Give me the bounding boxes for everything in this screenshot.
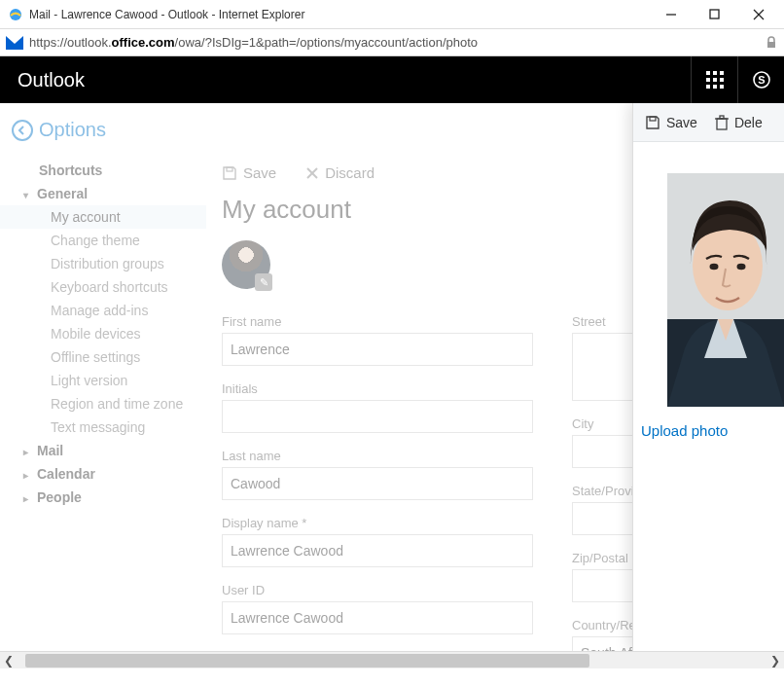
city-input[interactable] bbox=[572, 435, 632, 468]
avatar-edit-button[interactable] bbox=[222, 240, 270, 289]
url-pre: https://outlook. bbox=[29, 35, 112, 50]
nav-general[interactable]: General bbox=[0, 182, 206, 205]
lock-icon bbox=[765, 36, 778, 50]
svg-rect-15 bbox=[720, 85, 724, 89]
nav-change-theme[interactable]: Change theme bbox=[0, 229, 206, 252]
flyout-toolbar: Save Dele bbox=[633, 103, 784, 142]
options-header[interactable]: Options bbox=[0, 103, 632, 153]
last-name-input[interactable] bbox=[222, 467, 533, 500]
state-input[interactable] bbox=[572, 502, 632, 535]
nav-region-timezone[interactable]: Region and time zone bbox=[0, 392, 206, 415]
label-last-name: Last name bbox=[222, 449, 533, 463]
back-icon[interactable] bbox=[12, 120, 33, 141]
scroll-track[interactable] bbox=[18, 652, 766, 669]
scroll-left-button[interactable]: ❮ bbox=[0, 652, 18, 669]
svg-rect-13 bbox=[706, 85, 710, 89]
svg-point-29 bbox=[737, 264, 746, 271]
discard-icon bbox=[305, 166, 319, 180]
svg-rect-9 bbox=[720, 71, 724, 75]
svg-rect-24 bbox=[720, 116, 724, 119]
nav-mail[interactable]: Mail bbox=[0, 439, 206, 462]
skype-button[interactable]: S bbox=[737, 56, 784, 103]
nav-keyboard-shortcuts[interactable]: Keyboard shortcuts bbox=[0, 275, 206, 299]
form-col-2: Street City State/Provi Zip/Postal Count… bbox=[572, 310, 632, 666]
url-path: /owa/?IsDIg=1&path=/options/myaccount/ac… bbox=[175, 35, 478, 50]
nav-people[interactable]: People bbox=[0, 486, 206, 509]
label-country: Country/Re bbox=[572, 618, 632, 632]
svg-rect-6 bbox=[767, 42, 775, 48]
flyout-delete-label: Dele bbox=[734, 115, 763, 130]
form-toolbar: Save Discard bbox=[222, 161, 632, 191]
label-street: Street bbox=[572, 314, 632, 329]
form-discard-label: Discard bbox=[325, 164, 374, 181]
maximize-button[interactable] bbox=[693, 1, 736, 28]
upload-photo-link[interactable]: Upload photo bbox=[633, 422, 784, 439]
profile-photo-preview bbox=[667, 173, 784, 407]
page-title: My account bbox=[222, 195, 632, 225]
ie-icon bbox=[8, 7, 23, 22]
svg-rect-14 bbox=[713, 85, 717, 89]
nav-light-version[interactable]: Light version bbox=[0, 369, 206, 392]
outlook-brand: Outlook bbox=[18, 69, 691, 91]
form-area: Save Discard My account First name Initi… bbox=[206, 153, 632, 666]
app-launcher-button[interactable] bbox=[691, 56, 737, 103]
nav-offline-settings[interactable]: Offline settings bbox=[0, 345, 206, 369]
mail-favicon-icon bbox=[6, 36, 23, 50]
window-title: Mail - Lawrence Cawood - Outlook - Inter… bbox=[29, 8, 649, 21]
horizontal-scrollbar[interactable]: ❮ ❯ bbox=[0, 651, 784, 668]
options-pane: Options Shortcuts General My account Cha… bbox=[0, 103, 632, 668]
initials-input[interactable] bbox=[222, 400, 533, 433]
content-area: Options Shortcuts General My account Cha… bbox=[0, 103, 784, 668]
close-button[interactable] bbox=[736, 1, 780, 28]
svg-rect-11 bbox=[713, 78, 717, 82]
form-col-1: First name Initials Last name Display na… bbox=[222, 310, 533, 666]
flyout-delete-button[interactable]: Dele bbox=[715, 115, 763, 130]
nav-text-messaging[interactable]: Text messaging bbox=[0, 415, 206, 439]
nav-manage-addins[interactable]: Manage add-ins bbox=[0, 299, 206, 322]
svg-rect-7 bbox=[706, 71, 710, 75]
nav-my-account[interactable]: My account bbox=[0, 205, 206, 229]
nav-distribution-groups[interactable]: Distribution groups bbox=[0, 252, 206, 275]
display-name-input[interactable] bbox=[222, 534, 533, 567]
flyout-save-label: Save bbox=[666, 115, 697, 130]
window-titlebar: Mail - Lawrence Cawood - Outlook - Inter… bbox=[0, 0, 784, 29]
label-user-id: User ID bbox=[222, 583, 533, 597]
flyout-save-button[interactable]: Save bbox=[645, 115, 697, 130]
user-id-input[interactable] bbox=[222, 601, 533, 634]
label-first-name: First name bbox=[222, 314, 533, 329]
svg-point-28 bbox=[710, 264, 719, 271]
label-zip: Zip/Postal bbox=[572, 551, 632, 565]
first-name-input[interactable] bbox=[222, 333, 533, 366]
nav-mobile-devices[interactable]: Mobile devices bbox=[0, 322, 206, 345]
svg-rect-10 bbox=[706, 78, 710, 82]
save-icon bbox=[222, 165, 237, 181]
street-input[interactable] bbox=[572, 333, 632, 401]
options-nav: Shortcuts General My account Change them… bbox=[0, 153, 206, 666]
svg-text:S: S bbox=[758, 74, 765, 86]
label-initials: Initials bbox=[222, 381, 533, 396]
form-save-button[interactable]: Save bbox=[222, 164, 276, 181]
scroll-right-button[interactable]: ❯ bbox=[766, 652, 784, 669]
form-discard-button[interactable]: Discard bbox=[305, 164, 374, 181]
nav-shortcuts[interactable]: Shortcuts bbox=[0, 159, 206, 182]
svg-rect-12 bbox=[720, 78, 724, 82]
trash-icon bbox=[715, 115, 729, 130]
minimize-button[interactable] bbox=[649, 1, 693, 28]
label-display-name: Display name * bbox=[222, 516, 533, 530]
url-host: office.com bbox=[112, 35, 175, 50]
photo-flyout: Save Dele bbox=[632, 103, 784, 651]
svg-rect-22 bbox=[717, 119, 727, 129]
zip-input[interactable] bbox=[572, 569, 632, 602]
svg-rect-2 bbox=[710, 10, 719, 18]
url-text: https://outlook.office.com/owa/?IsDIg=1&… bbox=[29, 35, 759, 50]
label-city: City bbox=[572, 416, 632, 431]
form-save-label: Save bbox=[243, 164, 276, 181]
address-bar[interactable]: https://outlook.office.com/owa/?IsDIg=1&… bbox=[0, 29, 784, 56]
options-title: Options bbox=[39, 119, 106, 141]
nav-calendar[interactable]: Calendar bbox=[0, 462, 206, 486]
label-state: State/Provi bbox=[572, 484, 632, 498]
outlook-header: Outlook S bbox=[0, 56, 784, 103]
save-icon bbox=[645, 115, 660, 130]
scroll-thumb[interactable] bbox=[25, 654, 589, 668]
svg-rect-21 bbox=[650, 117, 656, 121]
